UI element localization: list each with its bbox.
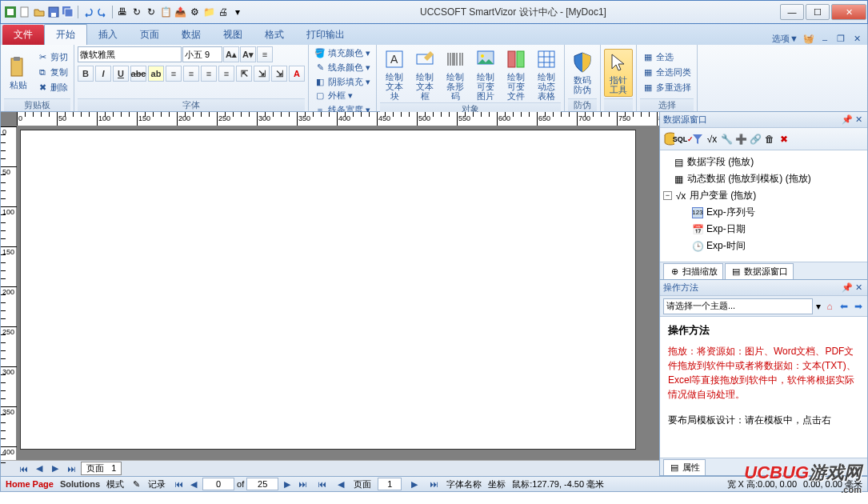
tab-insert[interactable]: 插入 [87,25,129,45]
pg-next-icon[interactable]: ▶ [408,479,421,490]
minimize-button[interactable]: — [780,4,804,20]
pointer-tool-button[interactable]: 指针工具 [604,49,633,97]
page-surface[interactable] [20,130,636,450]
close-button[interactable]: ✕ [831,4,866,20]
help-dropdown-icon[interactable]: ▾ [816,301,821,312]
forward-icon[interactable]: ➡ [853,301,864,312]
page-prev-icon[interactable]: ◀ [33,463,46,474]
grow-font-icon[interactable]: A▴ [223,46,239,62]
rec-current-input[interactable] [202,478,234,490]
home-icon[interactable]: ⌂ [824,301,835,312]
tree-exp-time[interactable]: 🕒Exp-时间 [663,238,864,254]
help-panel-header[interactable]: 操作方法 📌 ✕ [660,280,867,296]
tab-view[interactable]: 视图 [212,25,254,45]
tab-data[interactable]: 数据 [170,25,212,45]
align-right-button[interactable]: ≡ [201,66,217,82]
rec-prev-icon[interactable]: ◀ [187,479,200,490]
tab-page[interactable]: 页面 [129,25,170,45]
tree-datafields[interactable]: ▤数据字段 (拖放) [663,154,864,170]
line-color-button[interactable]: ✎线条颜色 ▾ [312,61,373,74]
back-icon[interactable]: ⬅ [838,301,850,312]
rec-first-icon[interactable]: ⏮ [172,479,185,489]
select-same-button[interactable]: ▦全选同类 [640,66,694,79]
draw-textblock-button[interactable]: A绘制 文本块 [380,46,409,102]
vertical-ruler[interactable]: 050100150200250300350400 [1,126,17,460]
draw-barcode-button[interactable]: 绘制 条形码 [441,46,470,102]
basket-icon[interactable]: 🧺 [803,34,814,45]
home-link[interactable]: Home Page [6,479,54,489]
pin-icon[interactable]: 📌 [842,114,853,126]
rec-next-icon[interactable]: ▶ [281,479,294,490]
saveall-icon[interactable] [62,6,74,18]
tree-exp-date[interactable]: 📅Exp-日期 [663,221,864,238]
datasource-panel-header[interactable]: 数据源窗口 📌 ✕ [660,112,867,128]
copy-button[interactable]: ⧉复制 [34,66,70,79]
pg-prev-icon[interactable]: ◀ [334,479,347,490]
options-link[interactable]: 选项▼ [772,33,798,45]
qa-icon-1[interactable]: 🖶 [116,6,129,18]
new-icon[interactable] [18,6,31,18]
anticounterfeit-button[interactable]: 数码防伪 [568,50,597,96]
bold-button[interactable]: B [78,66,94,82]
var-icon[interactable]: √x [706,134,718,145]
delete-button[interactable]: ✖删除 [34,81,70,94]
border-button[interactable]: ▢外框 ▾ [312,89,355,102]
tab-format[interactable]: 格式 [254,25,295,45]
solutions-link[interactable]: Solutions [60,479,100,489]
strike-button[interactable]: abc [130,66,146,82]
highlight-button[interactable]: ab [148,66,164,82]
qa-icon-3[interactable]: ↻ [145,6,158,18]
font-size-select[interactable] [182,46,222,62]
ds-add-icon[interactable]: ➕ [735,134,746,145]
underline-button[interactable]: U [113,66,129,82]
align-justify-button[interactable]: ≡ [218,66,234,82]
draw-varimg-button[interactable]: 绘制 可变图片 [471,46,500,102]
pg-first-icon[interactable]: ⏮ [315,479,328,489]
select-multi-button[interactable]: ▦多重选择 [640,81,694,94]
ds-tool3-icon[interactable]: 🗑 [764,134,775,145]
ds-del-icon[interactable]: ✖ [778,134,790,145]
fontcolor-button[interactable]: A [289,66,305,82]
redo-icon[interactable] [96,6,109,18]
page-first-icon[interactable]: ⏮ [17,464,30,474]
mdi-restore-icon[interactable]: ❐ [835,34,846,45]
tree-uservar[interactable]: −√x用户变量 (拖放) [663,187,864,204]
tab-print[interactable]: 打印输出 [295,25,356,45]
ds-tool1-icon[interactable]: 🔧 [721,134,732,145]
tab-scanzoom[interactable]: ⊕扫描缩放 [663,263,723,279]
collapse-icon[interactable]: − [663,191,672,200]
page-next-icon[interactable]: ▶ [49,463,62,474]
fill-color-button[interactable]: 🪣填充颜色 ▾ [312,46,373,60]
rec-total-input[interactable] [246,478,278,490]
valign-bot-button[interactable]: ⇲ [271,66,287,82]
pg-last-icon[interactable]: ⏭ [427,479,440,489]
qa-icon-4[interactable]: 📋 [159,6,172,18]
canvas[interactable] [17,126,659,460]
rec-last-icon[interactable]: ⏭ [296,479,309,489]
qa-icon-8[interactable]: 🖨 [217,6,230,18]
tab-file[interactable]: 文件 [2,25,44,45]
align-center-button[interactable]: ≡ [183,66,199,82]
draw-dyntable-button[interactable]: 绘制 动态表格 [532,46,561,102]
valign-mid-button[interactable]: ⇲ [254,66,270,82]
tree-dynamicdata[interactable]: ▦动态数据 (拖放到模板) (拖放) [663,170,864,187]
lineheight-icon[interactable]: ≡ [257,46,273,62]
italic-button[interactable]: I [95,66,111,82]
qa-dropdown-icon[interactable]: ▾ [231,6,244,18]
tab-properties[interactable]: ▤属性 [663,459,706,475]
tree-exp-seq[interactable]: 123Exp-序列号 [663,204,864,221]
draw-textbox-button[interactable]: 绘制 文本框 [410,46,439,102]
valign-top-button[interactable]: ⇱ [236,66,252,82]
shadow-button[interactable]: ◧阴影填充 ▾ [312,75,373,89]
qa-icon-2[interactable]: ↻ [130,6,143,18]
undo-icon[interactable] [82,6,94,18]
horizontal-ruler[interactable]: 0501001502002503003504004505005506006507… [17,112,659,126]
mdi-min-icon[interactable]: – [819,34,830,45]
maximize-button[interactable]: ☐ [806,4,830,20]
app-icon[interactable] [4,6,17,18]
select-all-button[interactable]: ▦全选 [640,50,694,64]
pin-icon[interactable]: 📌 [842,282,853,294]
tab-start[interactable]: 开始 [44,24,87,45]
ds-tool2-icon[interactable]: 🔗 [750,134,761,145]
help-topic-select[interactable] [663,298,813,314]
